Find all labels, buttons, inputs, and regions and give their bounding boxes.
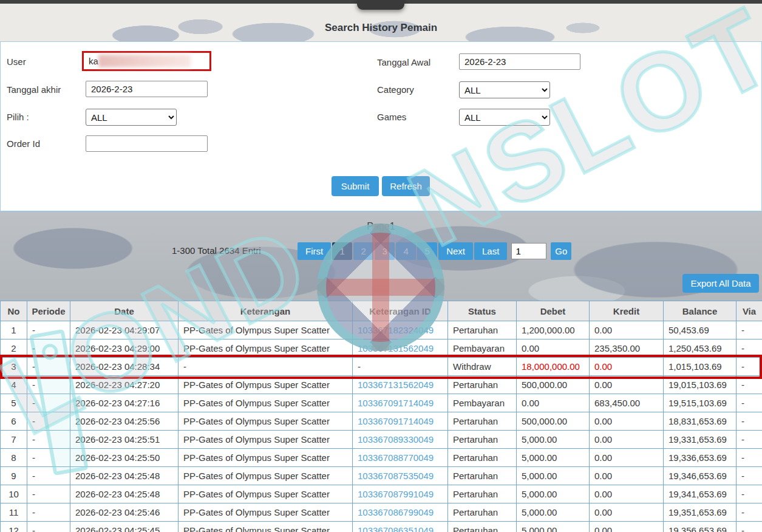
pagination-4-button[interactable]: 4 xyxy=(396,242,416,260)
cell-keterangan-id[interactable]: 103367086351049 xyxy=(353,522,448,532)
cell-keterangan-id[interactable]: 103367087535049 xyxy=(353,467,448,485)
cell-via: - xyxy=(736,321,762,339)
page-title: Search History Pemain xyxy=(0,22,762,34)
cell-via: - xyxy=(736,485,762,503)
pagination-last-button[interactable]: Last xyxy=(474,242,507,260)
cell-balance: 19,336,653.69 xyxy=(664,449,736,467)
cell-date: 2026-02-23 04:25:51 xyxy=(70,431,179,449)
tanggal-akhir-input[interactable] xyxy=(86,81,208,97)
category-label: Category xyxy=(377,84,414,95)
pilih-select[interactable]: ALL xyxy=(86,109,177,126)
cell-via: - xyxy=(736,503,762,522)
table-row: 10-2026-02-23 04:25:48PP-Gates of Olympu… xyxy=(1,485,762,503)
column-header-status: Status xyxy=(448,301,517,321)
cell-date: 2026-02-23 04:25:48 xyxy=(70,485,179,503)
cell-debet: 5,000.00 xyxy=(517,485,590,503)
table-row: 3-2026-02-23 04:28:34--Withdraw18,000,00… xyxy=(1,358,762,376)
cell-balance: 19,341,653.69 xyxy=(664,485,736,503)
pagination-3-button[interactable]: 3 xyxy=(375,242,395,260)
user-label: User xyxy=(7,56,26,67)
cell-keterangan-id[interactable]: 103367182324049 xyxy=(353,321,448,339)
cell-status: Withdraw xyxy=(448,358,517,376)
cell-status: Pertaruhan xyxy=(448,503,517,522)
cell-balance: 19,351,653.69 xyxy=(664,503,736,522)
cell-keterangan-id[interactable]: 103367086799049 xyxy=(353,503,448,522)
cell-no: 6 xyxy=(1,412,27,431)
cell-no: 2 xyxy=(1,339,27,358)
cell-kredit: 0.00 xyxy=(590,467,664,485)
cell-no: 5 xyxy=(1,394,27,412)
search-form-panel: User Tanggal Awal Tanggal akhir Category… xyxy=(0,41,762,211)
cell-balance: 1,250,453.69 xyxy=(664,339,736,358)
table-row: 11-2026-02-23 04:25:46PP-Gates of Olympu… xyxy=(1,503,762,522)
cell-no: 12 xyxy=(1,522,27,532)
category-select[interactable]: ALL xyxy=(459,81,550,98)
cell-keterangan: PP-Gates of Olympus Super Scatter xyxy=(179,394,353,412)
table-row: 4-2026-02-23 04:27:20PP-Gates of Olympus… xyxy=(1,376,762,394)
refresh-button[interactable]: Refresh xyxy=(382,176,430,196)
cell-periode: - xyxy=(27,412,70,431)
cell-keterangan: PP-Gates of Olympus Super Scatter xyxy=(179,503,353,522)
cell-balance: 50,453.69 xyxy=(664,321,736,339)
cell-keterangan-id[interactable]: 103367091714049 xyxy=(353,394,448,412)
pagination-2-button[interactable]: 2 xyxy=(353,242,373,260)
browser-tab-notch xyxy=(357,0,404,10)
cell-debet: 1,200,000.00 xyxy=(517,321,590,339)
pagination-5-button[interactable]: 5 xyxy=(417,242,437,260)
current-page-label: Page1 xyxy=(0,221,762,232)
submit-button[interactable]: Submit xyxy=(332,176,379,196)
cell-keterangan: PP-Gates of Olympus Super Scatter xyxy=(179,321,353,339)
cell-debet: 0.00 xyxy=(517,339,590,358)
games-select[interactable]: ALL xyxy=(459,109,550,126)
cell-debet: 18,000,000.00 xyxy=(517,358,590,376)
cell-via: - xyxy=(736,522,762,532)
cell-via: - xyxy=(736,449,762,467)
cell-balance: 19,356,653.69 xyxy=(664,522,736,532)
cell-periode: - xyxy=(27,449,70,467)
cell-periode: - xyxy=(27,376,70,394)
go-button[interactable]: Go xyxy=(551,242,571,260)
column-header-keterangan: Keterangan xyxy=(179,301,353,321)
cell-periode: - xyxy=(27,503,70,522)
cell-keterangan-id[interactable]: 103367089330049 xyxy=(353,431,448,449)
table-row: 5-2026-02-23 04:27:16PP-Gates of Olympus… xyxy=(1,394,762,412)
pagination-next-button[interactable]: Next xyxy=(438,242,473,260)
cell-no: 11 xyxy=(1,503,27,522)
column-header-kredit: Kredit xyxy=(590,301,664,321)
cell-date: 2026-02-23 04:27:16 xyxy=(70,394,179,412)
cell-debet: 5,000.00 xyxy=(517,503,590,522)
cell-keterangan-id: - xyxy=(353,358,448,376)
cell-balance: 1,015,103.69 xyxy=(664,358,736,376)
cell-keterangan: PP-Gates of Olympus Super Scatter xyxy=(179,339,353,358)
cell-debet: 5,000.00 xyxy=(517,431,590,449)
cell-keterangan: PP-Gates of Olympus Super Scatter xyxy=(179,449,353,467)
cell-keterangan-id[interactable]: 103367131562049 xyxy=(353,376,448,394)
cell-periode: - xyxy=(27,431,70,449)
pagination-first-button[interactable]: First xyxy=(298,242,331,260)
cell-keterangan-id[interactable]: 103367091714049 xyxy=(353,412,448,431)
tanggal-awal-input[interactable] xyxy=(459,53,580,70)
column-header-debet: Debet xyxy=(517,301,590,321)
column-header-keterangan-id: Keterangan ID xyxy=(353,301,448,321)
page-number-input[interactable] xyxy=(511,243,546,259)
export-all-data-button[interactable]: Export All Data xyxy=(682,274,759,293)
column-header-via: Via xyxy=(736,301,762,321)
cell-debet: 0.00 xyxy=(517,394,590,412)
cell-keterangan-id[interactable]: 103367087991049 xyxy=(353,485,448,503)
cell-kredit: 0.00 xyxy=(590,412,664,431)
cell-date: 2026-02-23 04:25:46 xyxy=(70,503,179,522)
cell-status: Pertaruhan xyxy=(448,376,517,394)
table-row: 8-2026-02-23 04:25:50PP-Gates of Olympus… xyxy=(1,449,762,467)
cell-keterangan-id[interactable]: 103367131562049 xyxy=(353,339,448,358)
cell-kredit: 683,450.00 xyxy=(590,394,664,412)
cell-periode: - xyxy=(27,485,70,503)
order-id-input[interactable] xyxy=(86,135,208,152)
cell-periode: - xyxy=(27,522,70,532)
cell-date: 2026-02-23 04:25:45 xyxy=(70,522,179,532)
cell-via: - xyxy=(736,467,762,485)
cell-keterangan-id[interactable]: 103367088770049 xyxy=(353,449,448,467)
cell-balance: 19,515,103.69 xyxy=(664,394,736,412)
pagination-1-button[interactable]: 1 xyxy=(332,242,352,260)
cell-kredit: 235,350.00 xyxy=(590,339,664,358)
cell-periode: - xyxy=(27,467,70,485)
